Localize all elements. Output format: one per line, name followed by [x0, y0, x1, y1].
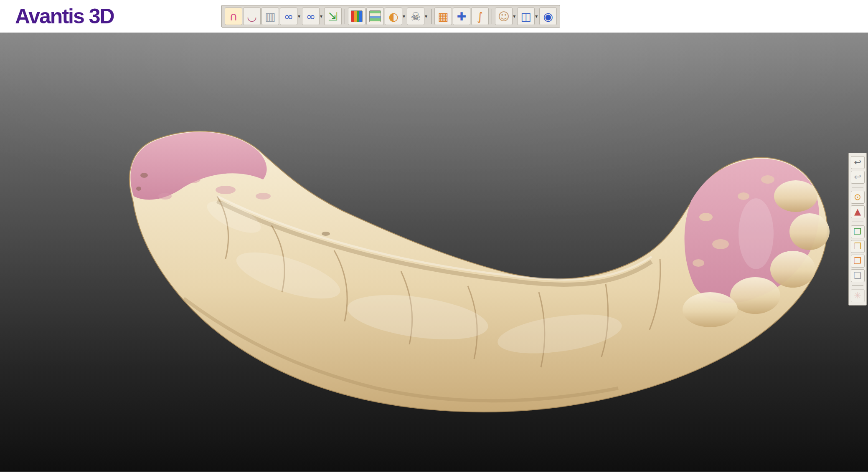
spline-tool-icon[interactable]: ∫: [471, 8, 489, 25]
arch-curve-icon-glyph: ◡: [247, 11, 257, 22]
app-window: Avantis 3D ∩◡▥∞▾∞▾⇲◐▾☠▾▦✚∫☺▾◫▾◉: [0, 0, 868, 475]
viewport-3d[interactable]: ↩↩⊙▲❐❐❐❏✳: [0, 33, 868, 472]
toolbar-separator: [852, 286, 863, 286]
export-model-icon[interactable]: ⇲: [324, 8, 342, 25]
occlusion-layers-icon-swatch: [369, 10, 381, 22]
distance-measure-icon-dropdown[interactable]: ▾: [298, 13, 300, 19]
new-document-icon-glyph: ❏: [854, 271, 862, 280]
implant-screws-icon[interactable]: ▥: [261, 8, 279, 25]
export-model-icon-glyph: ⇲: [328, 11, 338, 22]
right-arm-cusps: [683, 180, 830, 327]
toolbar-separator: [345, 9, 345, 24]
area-measure-icon-dropdown[interactable]: ▾: [320, 13, 322, 19]
colormap-icon[interactable]: [348, 8, 365, 25]
pin-icon: ✳: [851, 289, 865, 302]
layout-windows-icon-glyph: ◫: [520, 11, 531, 22]
layout-windows-icon-dropdown[interactable]: ▾: [535, 13, 538, 19]
redo-view-icon-glyph: ↩: [854, 173, 861, 182]
toolbar-separator: [852, 187, 863, 187]
header-bar: Avantis 3D ∩◡▥∞▾∞▾⇲◐▾☠▾▦✚∫☺▾◫▾◉: [0, 0, 868, 33]
jaw-model: [129, 131, 830, 412]
add-layer-icon[interactable]: ❐: [851, 225, 865, 238]
pin-icon-glyph: ✳: [854, 291, 861, 300]
copy-layer-icon[interactable]: ❐: [851, 240, 865, 253]
face-view-icon-dropdown[interactable]: ▾: [513, 13, 515, 19]
print-model-icon-glyph: ✚: [457, 11, 467, 22]
print-model-icon[interactable]: ✚: [453, 8, 470, 25]
incisal-highlight: [217, 196, 652, 280]
view-3d-icon[interactable]: ◉: [539, 8, 557, 25]
undo-view-icon[interactable]: ↩: [851, 156, 865, 169]
panoramic-view-icon-glyph: ◐: [388, 11, 398, 22]
toolbar-separator: [492, 9, 492, 24]
specular-highlights: [203, 195, 774, 360]
jaw-model-render: [0, 33, 868, 472]
skull-view-icon-glyph: ☠: [411, 11, 421, 22]
copy-layer-icon-glyph: ❐: [854, 242, 862, 251]
duplicate-layer-icon-glyph: ❐: [854, 257, 862, 265]
toolbar-separator: [431, 9, 431, 24]
app-logo: Avantis 3D: [15, 4, 114, 28]
skull-view-icon-dropdown[interactable]: ▾: [425, 13, 427, 19]
arch-scan-icon-glyph: ∩: [229, 11, 238, 22]
implant-screws-icon-glyph: ▥: [265, 11, 276, 22]
incisal-shadow: [217, 201, 652, 285]
spotlight-page-icon-glyph: ⊙: [854, 193, 861, 202]
spotlight-page-icon[interactable]: ⊙: [851, 191, 865, 204]
panoramic-view-icon[interactable]: ◐: [385, 8, 402, 25]
main-toolbar: ∩◡▥∞▾∞▾⇲◐▾☠▾▦✚∫☺▾◫▾◉: [221, 5, 560, 28]
view-3d-icon-glyph: ◉: [543, 11, 553, 22]
face-view-icon-glyph: ☺: [498, 11, 510, 22]
distance-measure-icon[interactable]: ∞: [280, 8, 297, 25]
gum-region-right: [685, 159, 819, 303]
spline-tool-icon-glyph: ∫: [477, 11, 483, 22]
area-measure-icon[interactable]: ∞: [302, 8, 320, 25]
face-view-icon[interactable]: ☺: [495, 8, 513, 25]
overlay-compare-icon[interactable]: ▲: [851, 205, 865, 218]
duplicate-layer-icon[interactable]: ❐: [851, 255, 865, 268]
arch-scan-icon[interactable]: ∩: [225, 8, 242, 25]
layout-windows-icon[interactable]: ◫: [517, 8, 535, 25]
arch-curve-icon[interactable]: ◡: [243, 8, 261, 25]
occlusion-layers-icon[interactable]: [366, 8, 384, 25]
mesh-grid-icon-glyph: ▦: [438, 11, 449, 22]
panoramic-view-icon-dropdown[interactable]: ▾: [403, 13, 405, 19]
side-toolbar: ↩↩⊙▲❐❐❐❏✳: [848, 153, 867, 306]
jaw-body: [129, 131, 827, 412]
gum-region-left: [130, 132, 266, 200]
lower-shading: [184, 298, 618, 401]
colormap-icon-swatch: [351, 10, 363, 22]
surface-pits: [136, 173, 330, 236]
gum-mottling: [158, 175, 774, 267]
add-layer-icon-glyph: ❐: [854, 227, 862, 236]
new-document-icon[interactable]: ❏: [851, 269, 865, 282]
distance-measure-icon-glyph: ∞: [284, 11, 294, 22]
skull-view-icon[interactable]: ☠: [407, 8, 424, 25]
toolbar-separator: [852, 222, 863, 222]
undo-view-icon-glyph: ↩: [854, 158, 861, 167]
overlay-compare-icon-glyph: ▲: [854, 207, 861, 216]
mesh-grid-icon[interactable]: ▦: [434, 8, 452, 25]
tooth-grooves: [217, 196, 660, 367]
area-measure-icon-glyph: ∞: [306, 11, 316, 22]
redo-view-icon[interactable]: ↩: [851, 171, 865, 184]
